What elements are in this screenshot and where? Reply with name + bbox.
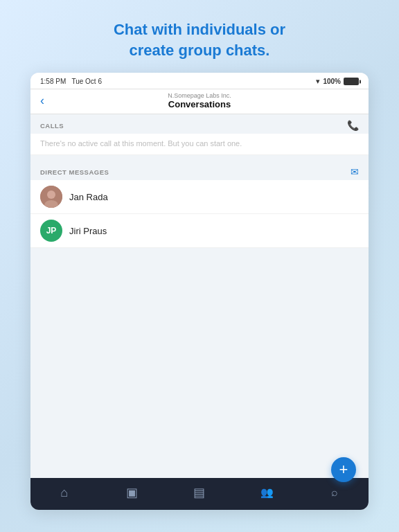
tab-calendar[interactable]: ▣	[98, 485, 166, 500]
app-screen: 1:58 PM Tue Oct 6 ▾ 100% ‹ N.Somepage La…	[30, 73, 369, 510]
tab-home[interactable]: ⌂	[30, 486, 98, 500]
search-icon: ⌕	[331, 486, 338, 499]
battery-icon	[344, 78, 359, 85]
heading-line2: create group chats.	[130, 42, 270, 59]
content-area: CALLS 📞 There's no active call at this m…	[30, 114, 369, 478]
contact-name-jiri: Jiri Praus	[69, 226, 107, 236]
heading-line1: Chat with individuals or	[114, 21, 285, 38]
avatar-jiri-praus: JP	[40, 220, 62, 242]
status-time-date: 1:58 PM Tue Oct 6	[40, 78, 102, 85]
status-bar: 1:58 PM Tue Oct 6 ▾ 100%	[30, 73, 369, 89]
status-date: Tue Oct 6	[71, 78, 102, 85]
wifi-icon: ▾	[316, 77, 320, 86]
status-icons: ▾ 100%	[316, 77, 359, 86]
nav-title: Conversations	[168, 99, 231, 109]
home-icon: ⌂	[60, 486, 68, 500]
tab-bar: ⌂ ▣ ▤ 👥 ⌕	[30, 478, 369, 510]
calls-label: CALLS	[40, 122, 64, 130]
tab-search[interactable]: ⌕	[301, 486, 369, 499]
calls-empty-text: There's no active call at this moment. B…	[30, 134, 369, 155]
nav-subtitle: N.Somepage Labs Inc.	[168, 92, 231, 99]
dm-label: DIRECT MESSAGES	[40, 168, 109, 176]
page-heading: Chat with individuals or create group ch…	[72, 0, 327, 73]
battery-text: 100%	[323, 78, 341, 85]
phone-icon[interactable]: 📞	[347, 120, 359, 131]
avatar-photo-jan	[40, 186, 62, 208]
tab-gallery[interactable]: ▤	[166, 485, 233, 500]
battery-fill	[344, 78, 358, 85]
people-icon: 👥	[260, 486, 274, 499]
calendar-icon: ▣	[126, 485, 138, 500]
contact-name-jan: Jan Rada	[69, 192, 108, 202]
fab-add-button[interactable]: +	[331, 457, 356, 482]
section-divider	[30, 155, 369, 161]
contact-jiri-praus[interactable]: JP Jiri Praus	[30, 214, 369, 248]
tab-people[interactable]: 👥	[233, 486, 301, 499]
status-time: 1:58 PM	[40, 78, 66, 85]
phone-frame: 1:58 PM Tue Oct 6 ▾ 100% ‹ N.Somepage La…	[30, 73, 369, 521]
avatar-jan-rada	[40, 186, 62, 208]
gallery-icon: ▤	[193, 485, 205, 500]
avatar-initials-jiri: JP	[46, 226, 57, 236]
svg-point-1	[47, 190, 55, 199]
calls-section-header: CALLS 📞	[30, 114, 369, 134]
compose-icon[interactable]: ✉	[351, 166, 359, 177]
contact-jan-rada[interactable]: Jan Rada	[30, 180, 369, 214]
dm-section-header: DIRECT MESSAGES ✉	[30, 161, 369, 180]
back-button[interactable]: ‹	[40, 94, 44, 108]
navigation-bar: ‹ N.Somepage Labs Inc. Conversations	[30, 89, 369, 114]
nav-center: N.Somepage Labs Inc. Conversations	[168, 92, 231, 109]
